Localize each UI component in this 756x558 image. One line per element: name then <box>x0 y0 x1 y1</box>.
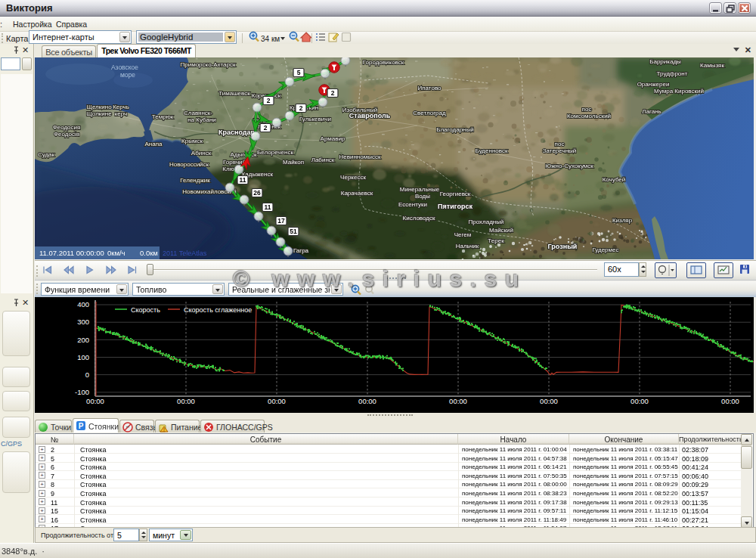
svg-text:Азовское: Азовское <box>111 64 138 71</box>
svg-text:Гудермес: Гудермес <box>592 246 618 253</box>
svg-text:Оранжереи: Оранжереи <box>637 81 670 88</box>
svg-text:Городовиковск: Городовиковск <box>363 59 404 66</box>
svg-text:400: 400 <box>77 300 89 308</box>
svg-text:пос: пос <box>582 106 592 113</box>
svg-text:Феодосія: Феодосія <box>54 131 79 138</box>
svg-text:Карачаевск: Карачаевск <box>341 190 373 197</box>
svg-text:Изобильный: Изобильный <box>342 107 377 113</box>
svg-text:Новороссийск: Новороссийск <box>169 161 209 168</box>
svg-text:Щолкине: Щолкине <box>86 110 112 117</box>
svg-text:Светлоград: Светлоград <box>413 110 446 116</box>
svg-text:Темрюк: Темрюк <box>152 113 174 120</box>
svg-text:2: 2 <box>331 89 335 97</box>
svg-text:Буденновск: Буденновск <box>476 147 508 154</box>
svg-text:Минеральные: Минеральные <box>400 186 440 193</box>
svg-text:Лагань: Лагань <box>642 108 661 115</box>
svg-text:Ипатово: Ипатово <box>418 85 442 91</box>
svg-text:Крымск: Крымск <box>181 138 203 144</box>
svg-text:Армавир: Армавир <box>321 135 345 142</box>
svg-text:Майкоп: Майкоп <box>283 159 304 166</box>
svg-text:Феодосия: Феодосия <box>53 124 81 131</box>
svg-text:51: 51 <box>290 228 297 235</box>
svg-text:11: 11 <box>240 176 246 184</box>
svg-text:Лабинск: Лабинск <box>311 157 335 163</box>
svg-text:00:00: 00:00 <box>358 397 376 405</box>
svg-text:00:00: 00:00 <box>631 397 649 405</box>
svg-text:Майский: Майский <box>489 227 513 234</box>
svg-text:Ессентуки: Ессентуки <box>398 201 427 208</box>
svg-text:Воды: Воды <box>415 193 430 200</box>
svg-text:00:00: 00:00 <box>268 397 286 405</box>
svg-text:00:00: 00:00 <box>177 397 195 405</box>
svg-text:5: 5 <box>297 69 301 76</box>
svg-text:Приморско-Ахтарск: Приморско-Ахтарск <box>181 61 236 68</box>
svg-text:Гагра: Гагра <box>293 247 309 254</box>
svg-text:Геленджик: Геленджик <box>180 177 210 184</box>
svg-text:Прохладный: Прохладный <box>469 219 504 225</box>
svg-text:Кизляр: Кизляр <box>612 217 633 224</box>
svg-text:Скорость сглаженное: Скорость сглаженное <box>184 306 252 314</box>
svg-text:Георгиевск: Георгиевск <box>440 191 471 197</box>
svg-text:на Кубани: на Кубани <box>187 116 216 123</box>
svg-text:-100: -100 <box>75 388 89 396</box>
svg-text:Славянск-: Славянск- <box>184 110 212 116</box>
svg-text:00:00: 00:00 <box>540 397 558 405</box>
svg-text:Благодарный: Благодарный <box>436 126 474 133</box>
svg-text:Трудфронт: Трудфронт <box>657 70 688 77</box>
svg-text:P: P <box>79 422 84 430</box>
svg-text:Нальчик: Нальчик <box>456 243 479 250</box>
svg-text:Южно-Сухокумск: Южно-Сухокумск <box>545 163 593 169</box>
svg-text:Кочубей: Кочубей <box>603 176 626 183</box>
svg-text:0км/ч: 0км/ч <box>107 249 125 257</box>
svg-text:11.07.2011 00:00:00: 11.07.2011 00:00:00 <box>39 249 104 257</box>
svg-text:100: 100 <box>77 353 89 361</box>
svg-text:Белореченск: Белореченск <box>257 149 293 156</box>
svg-text:море: море <box>120 71 135 79</box>
svg-text:Чегем: Чегем <box>454 231 471 238</box>
svg-text:Керчь: Керчь <box>113 104 129 110</box>
svg-text:!: ! <box>163 427 165 432</box>
svg-text:2: 2 <box>267 97 271 104</box>
svg-text:2: 2 <box>264 124 268 132</box>
svg-text:Щелкино: Щелкино <box>86 104 112 110</box>
svg-text:00:00: 00:00 <box>449 397 467 405</box>
svg-text:Краснодар: Краснодар <box>218 129 256 136</box>
svg-text:0.0км: 0.0км <box>140 249 158 257</box>
svg-text:26: 26 <box>253 189 261 197</box>
svg-text:Грозный: Грозный <box>548 243 578 250</box>
svg-text:Тимашевск: Тимашевск <box>218 90 250 97</box>
svg-text:Невинномысск: Невинномысск <box>339 153 381 160</box>
svg-text:Мумра Кировский: Мумра Кировский <box>654 88 704 95</box>
svg-text:Камызяк: Камызяк <box>700 62 724 69</box>
svg-text:2011 TeleAtlas: 2011 TeleAtlas <box>163 250 207 257</box>
svg-text:Гулькевичи: Гулькевичи <box>299 116 331 122</box>
svg-text:Комсомольский: Комсомольский <box>567 113 611 119</box>
svg-text:Анапа: Анапа <box>145 141 163 147</box>
svg-text:Затеречный: Затеречный <box>543 147 577 154</box>
svg-text:Терек: Терек <box>488 237 504 244</box>
svg-text:Черкесск: Черкесск <box>340 174 366 181</box>
svg-text:300: 300 <box>77 318 89 326</box>
svg-text:Кисловодск: Кисловодск <box>403 215 435 222</box>
svg-text:Скорость: Скорость <box>131 306 160 314</box>
svg-text:пос: пос <box>555 141 565 147</box>
svg-text:0: 0 <box>85 370 89 379</box>
svg-text:17: 17 <box>277 217 285 225</box>
svg-text:2: 2 <box>299 104 303 112</box>
svg-text:Судак: Судак <box>38 151 55 158</box>
svg-text:00:00: 00:00 <box>721 397 739 405</box>
svg-text:керч: керч <box>115 110 127 117</box>
svg-text:00:00: 00:00 <box>86 397 104 405</box>
svg-text:Баррикады: Баррикады <box>649 58 681 65</box>
svg-text:Абинск: Абинск <box>191 150 212 157</box>
svg-text:11: 11 <box>265 203 271 211</box>
svg-text:200: 200 <box>77 336 89 344</box>
svg-text:Пятигорск: Пятигорск <box>438 203 472 210</box>
